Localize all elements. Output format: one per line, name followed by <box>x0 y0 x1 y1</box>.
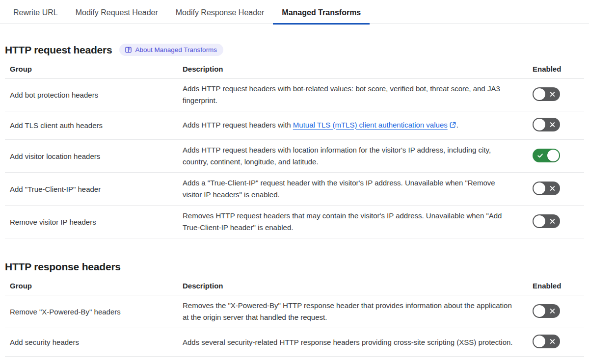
column-header-group: Group <box>5 279 183 295</box>
group-name: Remove visitor IP headers <box>5 206 183 238</box>
x-icon <box>549 218 556 224</box>
toggle-tls-client-auth-headers[interactable] <box>533 118 560 131</box>
toggle-add-security-headers[interactable] <box>533 335 560 348</box>
toggle-knob <box>534 215 545 227</box>
http-request-headers-section: HTTP request headers About Managed Trans… <box>5 44 584 238</box>
group-name: Add TLS client auth headers <box>5 111 183 140</box>
about-managed-transforms-badge[interactable]: About Managed Transforms <box>119 44 224 56</box>
x-icon <box>549 338 556 345</box>
section-title-request-headers: HTTP request headers <box>5 44 112 56</box>
toggle-knob <box>534 305 545 317</box>
toggle-remove-x-powered-by-headers[interactable] <box>533 304 560 318</box>
column-header-enabled: Enabled <box>533 62 584 78</box>
toggle-knob <box>534 88 545 100</box>
row-description: Adds HTTP request headers with bot-relat… <box>183 78 533 111</box>
table-row: Add TLS client auth headers Adds HTTP re… <box>5 111 584 140</box>
description-text: . <box>456 121 458 129</box>
http-response-headers-section: HTTP response headers Group Description … <box>5 261 584 357</box>
tab-modify-response-header[interactable]: Modify Response Header <box>167 4 273 24</box>
group-name: Add bot protection headers <box>5 78 183 111</box>
row-description: Removes HTTP request headers that may co… <box>183 206 533 238</box>
toggle-visitor-location-headers[interactable] <box>533 149 560 162</box>
toggle-knob <box>534 336 545 347</box>
check-icon <box>537 152 543 158</box>
table-row: Remove visitor IP headers Removes HTTP r… <box>5 206 584 238</box>
x-icon <box>549 185 556 191</box>
response-headers-table: Group Description Enabled Remove "X-Powe… <box>5 279 584 357</box>
column-header-description: Description <box>183 62 533 78</box>
group-name: Remove "X-Powered-By" headers <box>5 295 183 328</box>
request-headers-table: Group Description Enabled Add bot protec… <box>5 62 584 238</box>
mtls-auth-values-link[interactable]: Mutual TLS (mTLS) client authentication … <box>293 121 448 129</box>
tab-rewrite-url[interactable]: Rewrite URL <box>4 4 67 24</box>
description-text: Adds HTTP request headers with <box>183 121 293 129</box>
column-header-description: Description <box>183 279 533 295</box>
row-description: Adds a "True-Client-IP" request header w… <box>183 173 533 206</box>
group-name: Add "True-Client-IP" header <box>5 173 183 206</box>
group-name: Add security headers <box>5 328 183 357</box>
table-row: Add "True-Client-IP" header Adds a "True… <box>5 173 584 206</box>
section-title-response-headers: HTTP response headers <box>5 261 121 273</box>
toggle-knob <box>534 182 545 194</box>
x-icon <box>549 122 556 128</box>
row-description: Adds HTTP request headers with Mutual TL… <box>183 111 533 140</box>
x-icon <box>549 91 556 97</box>
book-icon <box>125 46 132 53</box>
table-row: Remove "X-Powered-By" headers Removes th… <box>5 295 584 328</box>
toggle-remove-visitor-ip-headers[interactable] <box>533 214 560 228</box>
toggle-knob <box>534 119 545 130</box>
toggle-knob <box>547 150 559 161</box>
row-description: Adds HTTP request headers with location … <box>183 140 533 173</box>
row-description: Removes the "X-Powered-By" HTTP response… <box>183 295 533 328</box>
tab-modify-request-header[interactable]: Modify Request Header <box>67 4 167 24</box>
transform-rules-tabbar: Rewrite URL Modify Request Header Modify… <box>0 0 589 24</box>
group-name: Add visitor location headers <box>5 140 183 173</box>
toggle-bot-protection-headers[interactable] <box>533 87 560 101</box>
x-icon <box>549 308 556 314</box>
external-link-icon <box>449 120 456 132</box>
table-row: Add security headers Adds several securi… <box>5 328 584 357</box>
column-header-enabled: Enabled <box>533 279 584 295</box>
badge-label: About Managed Transforms <box>135 46 217 53</box>
toggle-true-client-ip-header[interactable] <box>533 182 560 195</box>
table-row: Add bot protection headers Adds HTTP req… <box>5 78 584 111</box>
column-header-group: Group <box>5 62 183 78</box>
row-description: Adds several security-related HTTP respo… <box>183 328 533 357</box>
table-row: Add visitor location headers Adds HTTP r… <box>5 140 584 173</box>
tab-managed-transforms[interactable]: Managed Transforms <box>273 4 370 24</box>
